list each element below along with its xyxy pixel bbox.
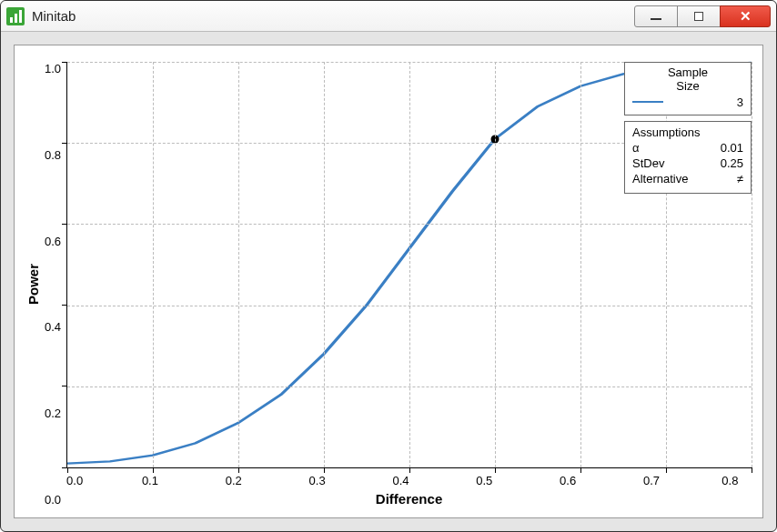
y-tick-label: 0.2 [45,407,61,420]
assumption-label: Alternative [632,172,688,187]
x-tick-label: 0.5 [476,474,492,487]
x-tick-label: 0.1 [142,474,158,487]
y-tick-label: 0.6 [45,235,61,248]
assumption-row: Alternative≠ [632,172,743,187]
legend-title: Sample Size [632,66,743,94]
side-panels: Sample Size 3 Assumptions α0.01StDev0.25… [624,62,752,194]
legend-box: Sample Size 3 [624,62,752,115]
maximize-icon [694,12,703,21]
legend-title-line1: Sample [668,65,708,79]
minimize-icon [651,18,661,20]
client-area: Power 1.00.80.60.40.20.0 0.00.10.20.30.4… [1,32,776,531]
y-axis-label: Power [25,264,41,305]
y-tick-label: 0.4 [45,320,61,334]
window-title: Minitab [32,8,76,24]
x-tick-label: 0.7 [643,474,660,487]
legend-title-line2: Size [676,79,699,93]
x-axis-label: Difference [66,491,752,507]
app-window: Minitab ✕ Power 1.00.80.60.40.20.0 0.00 [0,0,777,532]
assumption-value: 0.01 [721,141,743,156]
x-tick-label: 0.6 [560,474,576,487]
y-tick-label: 0.0 [45,493,61,507]
assumption-value: ≠ [737,172,743,187]
assumption-label: α [632,141,640,156]
titlebar: Minitab ✕ [1,1,776,32]
x-tick-label: 0.3 [309,474,326,487]
x-tick-label: 0.4 [392,474,409,487]
chart-frame: Power 1.00.80.60.40.20.0 0.00.10.20.30.4… [14,45,763,518]
x-tick-label: 0.0 [66,474,83,487]
maximize-button[interactable] [677,5,721,27]
window-controls: ✕ [635,5,771,27]
x-tick-label: 0.8 [722,474,738,487]
assumption-row: α0.01 [632,141,743,156]
legend-swatch-icon [632,101,663,103]
y-tick-label: 0.8 [45,148,61,162]
legend-entry: 3 [632,95,743,109]
legend-value: 3 [737,95,743,109]
y-axis-ticks: 1.00.80.60.40.20.0 [45,62,66,507]
assumptions-heading: Assumptions [632,125,743,139]
assumption-value: 0.25 [721,156,743,172]
assumptions-box: Assumptions α0.01StDev0.25Alternative≠ [624,121,752,194]
assumption-row: StDev0.25 [632,156,743,172]
y-tick-label: 1.0 [45,62,61,75]
minitab-logo-icon [6,7,25,25]
close-icon: ✕ [740,9,752,23]
assumption-label: StDev [632,156,664,172]
x-tick-label: 0.2 [226,474,242,487]
minimize-button[interactable] [634,5,678,27]
close-button[interactable]: ✕ [720,5,771,27]
